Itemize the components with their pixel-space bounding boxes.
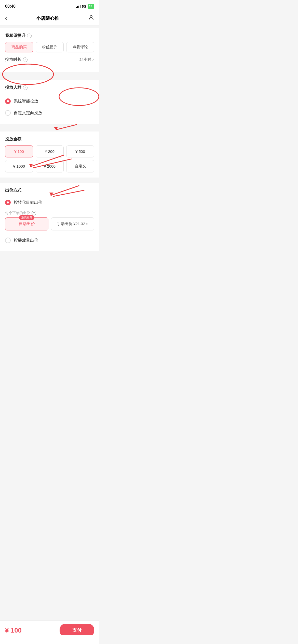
bid-help-icon[interactable]: ?: [32, 211, 36, 215]
bid-volume-label: 按播放量出价: [14, 238, 38, 243]
network-label: 5G: [82, 5, 86, 8]
status-bar: 08:40 5G 82: [0, 0, 99, 11]
battery-level: 82: [89, 5, 92, 8]
audience-smart-label: 系统智能投放: [14, 99, 38, 104]
nav-bar: ‹ 小店随心推: [0, 11, 99, 25]
svg-point-0: [90, 16, 92, 18]
status-time: 08:40: [5, 4, 16, 9]
audience-help-icon[interactable]: ?: [23, 85, 28, 90]
goal-btn-likes[interactable]: 点赞评论: [66, 42, 94, 52]
goal-section-title: 我希望提升 ?: [5, 33, 94, 38]
signal-bar-2: [77, 6, 78, 8]
battery-indicator: 82: [88, 4, 94, 9]
bid-manual-button[interactable]: 手动出价 ¥21.32 >: [51, 217, 94, 230]
duration-value[interactable]: 24小时 >: [79, 57, 94, 62]
amount-btn-100[interactable]: ¥ 100: [5, 145, 33, 157]
back-button[interactable]: ‹: [5, 15, 7, 22]
bid-option-volume[interactable]: 按播放量出价: [5, 235, 94, 246]
bid-section: 出价方式 按转化目标出价 每个下单的出价 ? 系统推荐 自动出价 手动出价 ¥2…: [0, 183, 99, 251]
duration-label: 投放时长 ?: [5, 57, 28, 62]
duration-chevron: >: [92, 58, 94, 62]
audience-option-custom[interactable]: 自定义定向投放: [5, 107, 94, 119]
audience-option-smart[interactable]: 系统智能投放: [5, 95, 94, 107]
amount-btn-1000[interactable]: ¥ 1000: [5, 160, 33, 172]
radio-volume[interactable]: [5, 238, 11, 243]
status-right: 5G 82: [76, 4, 94, 9]
radio-conversion[interactable]: [5, 200, 11, 205]
goal-button-group: 商品购买 粉丝提升 点赞评论: [5, 42, 94, 52]
amount-btn-200[interactable]: ¥ 200: [36, 145, 64, 157]
amount-grid: ¥ 100 ¥ 200 ¥ 500 ¥ 1000 ¥ 2000 自定义: [5, 145, 94, 172]
radio-custom[interactable]: [5, 110, 11, 116]
bid-manual-chevron: >: [86, 222, 88, 226]
page-title: 小店随心推: [36, 15, 59, 21]
bid-section-title: 出价方式: [5, 188, 94, 193]
audience-custom-label: 自定义定向投放: [14, 110, 42, 116]
signal-bar-3: [78, 6, 79, 8]
goal-btn-fans[interactable]: 粉丝提升: [36, 42, 64, 52]
signal-bar-4: [80, 5, 80, 8]
amount-btn-custom[interactable]: 自定义: [66, 160, 94, 172]
divider-3: [0, 180, 99, 183]
amount-section: 投放金额 ¥ 100 ¥ 200 ¥ 500 ¥ 1000 ¥ 2000 自定义: [0, 131, 99, 178]
duration-row[interactable]: 投放时长 ? 24小时 >: [5, 52, 94, 67]
goal-section: 我希望提升 ? 商品购买 粉丝提升 点赞评论 投放时长 ? 24小时 >: [0, 28, 99, 72]
amount-section-title: 投放金额: [5, 137, 94, 142]
goal-btn-product-purchase[interactable]: 商品购买: [5, 42, 33, 52]
bid-option-conversion[interactable]: 按转化目标出价: [5, 197, 94, 208]
bid-sub-label: 每个下单的出价 ?: [5, 211, 94, 215]
bid-button-group: 系统推荐 自动出价 手动出价 ¥21.32 >: [5, 217, 94, 230]
bid-badge: 系统推荐: [19, 215, 34, 220]
divider-1: [0, 75, 99, 77]
radio-smart[interactable]: [5, 98, 11, 104]
user-profile-button[interactable]: [88, 14, 94, 22]
audience-section-title: 投放人群 ?: [5, 85, 94, 90]
amount-btn-500[interactable]: ¥ 500: [66, 145, 94, 157]
signal-bar-1: [76, 7, 77, 8]
bid-conversion-label: 按转化目标出价: [14, 200, 42, 205]
signal-bars: [76, 5, 80, 8]
audience-section: 投放人群 ? 系统智能投放 自定义定向投放: [0, 80, 99, 124]
bid-auto-button[interactable]: 系统推荐 自动出价: [5, 217, 48, 230]
goal-help-icon[interactable]: ?: [27, 34, 32, 38]
duration-help-icon[interactable]: ?: [23, 57, 28, 62]
divider-2: [0, 126, 99, 129]
amount-btn-2000[interactable]: ¥ 2000: [36, 160, 64, 172]
audience-options: 系统智能投放 自定义定向投放: [5, 94, 94, 119]
